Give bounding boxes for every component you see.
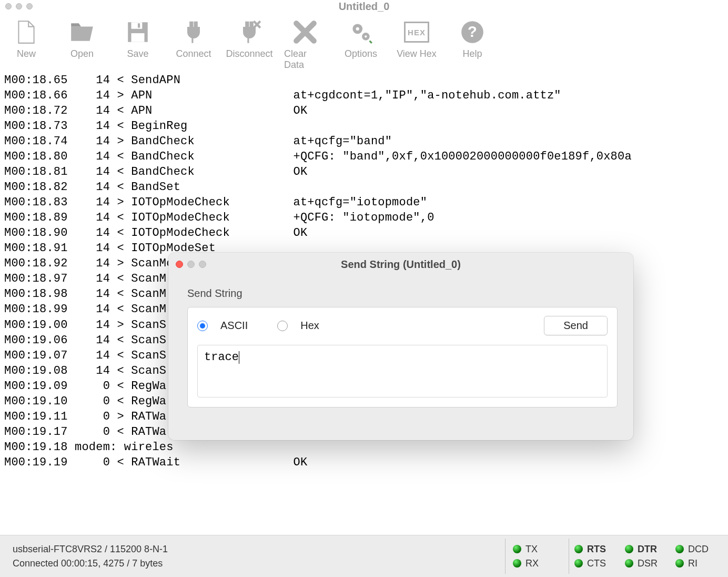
send-string-input[interactable]: trace xyxy=(197,345,608,397)
clear-data-button[interactable]: Clear Data xyxy=(284,18,326,71)
status-bar: usbserial-FTC8VRS2 / 115200 8-N-1 Connec… xyxy=(0,535,728,577)
options-button-label: Options xyxy=(345,48,377,59)
save-button[interactable]: Save xyxy=(117,18,159,71)
help-icon xyxy=(459,19,486,45)
save-button-label: Save xyxy=(127,48,148,59)
led-rts[interactable]: RTS xyxy=(574,544,616,555)
folder-icon xyxy=(69,19,95,45)
new-button[interactable]: New xyxy=(5,18,47,71)
x-icon xyxy=(292,19,318,45)
window-title: Untitled_0 xyxy=(0,1,728,13)
led-dtr[interactable]: DTR xyxy=(625,544,667,555)
dialog-heading: Send String xyxy=(187,287,618,300)
options-button[interactable]: Options xyxy=(340,18,382,71)
view-hex-button[interactable]: HEXView Hex xyxy=(396,18,438,71)
radio-ascii-label: ASCII xyxy=(220,320,248,332)
led-dsr: DSR xyxy=(625,558,667,569)
disconnect-button[interactable]: Disconnect xyxy=(228,18,270,71)
title-bar: Untitled_0 xyxy=(0,0,728,13)
connect-button-label: Connect xyxy=(176,48,211,59)
led-cts: CTS xyxy=(574,558,616,569)
connect-button[interactable]: Connect xyxy=(173,18,215,71)
radio-hex-label: Hex xyxy=(300,320,319,332)
plug-x-icon xyxy=(236,19,262,45)
clear-data-button-label: Clear Data xyxy=(284,48,326,71)
status-port: usbserial-FTC8VRS2 / 115200 8-N-1 xyxy=(13,544,499,555)
open-button-label: Open xyxy=(70,48,94,59)
send-string-dialog: Send String (Untitled_0) Send String ASC… xyxy=(168,253,633,440)
toolbar: NewOpenSaveConnectDisconnectClear DataOp… xyxy=(0,13,728,73)
help-button-label: Help xyxy=(462,48,482,59)
new-button-label: New xyxy=(17,48,36,59)
open-button[interactable]: Open xyxy=(61,18,103,71)
dialog-title: Send String (Untitled_0) xyxy=(168,258,633,271)
radio-hex[interactable] xyxy=(277,321,288,331)
disconnect-button-label: Disconnect xyxy=(226,48,272,59)
help-button[interactable]: Help xyxy=(451,18,493,71)
floppy-icon xyxy=(125,19,151,45)
led-rx: RX xyxy=(513,558,555,569)
gears-icon xyxy=(348,19,374,45)
led-ri: RI xyxy=(675,558,717,569)
status-conn: Connected 00:00:15, 4275 / 7 bytes xyxy=(13,558,499,569)
led-tx: TX xyxy=(513,544,555,555)
view-hex-button-label: View Hex xyxy=(397,48,437,59)
radio-ascii[interactable] xyxy=(197,321,208,331)
send-button[interactable]: Send xyxy=(544,316,608,335)
plug-icon xyxy=(180,19,207,45)
hex-icon: HEX xyxy=(404,22,429,43)
led-dcd: DCD xyxy=(675,544,717,555)
file-icon xyxy=(13,19,39,45)
